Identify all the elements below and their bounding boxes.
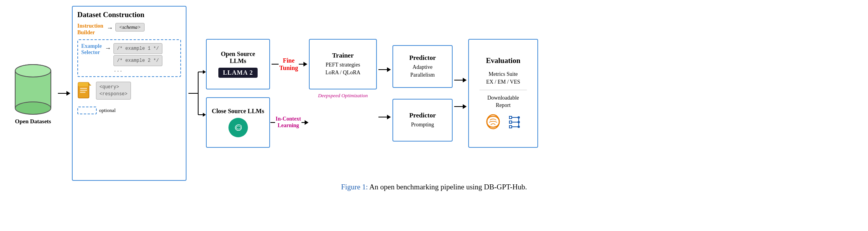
example1-text: /* example 1 */ — [113, 43, 162, 54]
close-source-llms-box: Close Source LLMs — [206, 97, 270, 148]
llms-column: Open SourceLLMs LLAMA 2 Close Source LLM… — [206, 6, 270, 181]
close-source-llms-title: Close Source LLMs — [212, 108, 264, 115]
svg-point-5 — [15, 65, 51, 77]
eval-divider — [479, 90, 527, 90]
evaluation-title: Evaluation — [486, 56, 521, 65]
svg-rect-11 — [80, 92, 85, 93]
svg-rect-21 — [509, 126, 512, 128]
svg-marker-8 — [88, 82, 91, 86]
predictors-column: Predictor Adaptive Parallelism Predictor… — [392, 6, 453, 181]
ft-icl-arrows: Fine Tuning In-Context Learning — [270, 6, 309, 181]
svg-rect-9 — [80, 88, 87, 89]
predictor-prompting-box: Predictor Prompting — [392, 99, 453, 142]
optional-text: optional — [99, 107, 116, 114]
arrow-split — [186, 6, 206, 181]
example-selector-box: ExampleSelector → /* example 1 */ /* exa… — [77, 39, 181, 77]
trainer-subtitle: PEFT strategies LoRA / QLoRA — [325, 61, 360, 76]
pipeline-diagram: Open Datasets Dataset Construction Instr… — [0, 0, 868, 183]
query-text: <query><response> — [96, 82, 131, 100]
circuit-icon — [507, 113, 521, 130]
schema-text: <schema> — [115, 23, 145, 32]
caption-text: An open benchmarking pipeline using DB-G… — [368, 183, 527, 191]
predictor-adaptive-title: Predictor — [409, 54, 436, 62]
figure-caption: Figure 1: An open benchmarking pipeline … — [0, 183, 868, 194]
predictor-adaptive-subtitle: Adaptive Parallelism — [410, 63, 435, 79]
instruction-label: InstructionBuilder — [77, 23, 105, 36]
metrics-text: Metrics Suite EX / EM / VES — [486, 70, 520, 86]
predictor-adaptive-box: Predictor Adaptive Parallelism — [392, 45, 453, 88]
svg-rect-7 — [78, 82, 89, 86]
predictor-prompting-title: Predictor — [409, 112, 436, 119]
optional-dashed-box — [77, 107, 97, 114]
open-source-llms-title: Open SourceLLMs — [221, 51, 255, 65]
svg-marker-16 — [203, 70, 206, 74]
llama-badge: LLAMA 2 — [218, 68, 258, 78]
split-arrow-icon — [186, 51, 206, 136]
fine-tuning-label: Fine Tuning — [279, 57, 299, 72]
predictor-prompting-subtitle: Prompting — [411, 121, 434, 129]
svg-rect-19 — [509, 116, 512, 119]
arrow-1 — [56, 6, 72, 181]
doc-icon — [77, 82, 92, 99]
trainer-box: Trainer PEFT strategies LoRA / QLoRA — [309, 39, 377, 89]
ellipsis-text: ... — [113, 67, 162, 73]
brain-circuit-icon — [485, 113, 521, 130]
svg-point-4 — [15, 102, 51, 114]
evaluation-box: Evaluation Metrics Suite EX / EM / VES D… — [468, 39, 538, 148]
open-datasets-label: Open Datasets — [15, 118, 51, 125]
svg-marker-17 — [203, 113, 206, 117]
caption-figure-prefix: Figure 1: — [341, 183, 368, 191]
open-source-llms-box: Open SourceLLMs LLAMA 2 — [206, 39, 270, 89]
openai-icon — [228, 118, 248, 137]
predictor-eval-arrows — [453, 6, 468, 181]
trainer-title: Trainer — [332, 52, 354, 60]
deepspeed-label: Deepspeed Optimization — [318, 93, 368, 99]
report-text: Downloadable Report — [487, 94, 519, 109]
example2-text: /* example 2 */ — [113, 55, 162, 66]
evaluation-section: Evaluation Metrics Suite EX / EM / VES D… — [468, 6, 538, 181]
svg-rect-10 — [80, 90, 87, 91]
example-selector-label: ExampleSelector — [81, 43, 103, 56]
brain-icon — [485, 113, 505, 130]
icl-label: In-Context Learning — [275, 116, 302, 129]
trainer-predictor-column: Trainer PEFT strategies LoRA / QLoRA Dee… — [309, 6, 377, 181]
open-datasets-section: Open Datasets — [10, 6, 56, 181]
trainer-predictor-arrows — [377, 6, 392, 181]
dataset-construction-title: Dataset Construction — [77, 10, 181, 19]
svg-rect-20 — [509, 121, 512, 123]
dataset-construction-box: Dataset Construction InstructionBuilder … — [72, 6, 186, 181]
cylinder-icon — [14, 62, 52, 117]
svg-point-18 — [487, 115, 499, 129]
